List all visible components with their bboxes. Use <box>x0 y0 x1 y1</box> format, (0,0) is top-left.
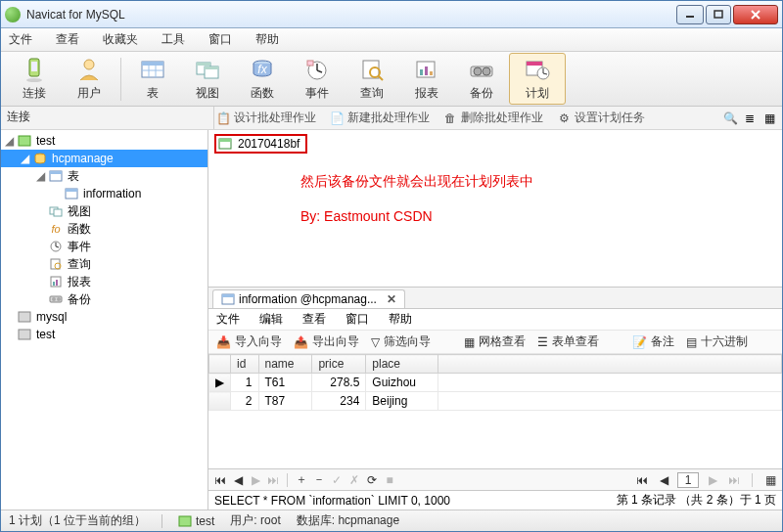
row-pointer: ▶ <box>209 374 231 392</box>
list-view-icon[interactable]: ≣ <box>743 111 757 125</box>
plan-file-item[interactable]: 20170418bf <box>214 134 307 154</box>
tree-node-hcpmanage[interactable]: ◢hcpmanage <box>1 150 207 167</box>
svg-rect-43 <box>66 189 77 192</box>
tool-hex[interactable]: ▤十六进制 <box>686 333 748 350</box>
tabmenu-view[interactable]: 查看 <box>302 311 326 328</box>
nav-add[interactable]: ＋ <box>294 472 309 488</box>
col-place[interactable]: place <box>366 355 438 374</box>
menu-window[interactable]: 窗口 <box>208 31 232 48</box>
tree-node-reports[interactable]: 报表 <box>1 273 207 290</box>
event-icon <box>48 240 64 253</box>
toolbar-connect[interactable]: 连接 <box>7 54 62 104</box>
svg-point-56 <box>57 297 61 301</box>
server-icon <box>17 310 32 324</box>
grid-icon: ▦ <box>464 335 475 349</box>
tab-information[interactable]: information @hcpmanag... ✕ <box>212 289 405 308</box>
plan-file-icon <box>218 137 234 151</box>
tabmenu-edit[interactable]: 编辑 <box>259 311 283 328</box>
toolbar-table[interactable]: 表 <box>125 54 180 104</box>
tool-export[interactable]: 📤导出向导 <box>294 333 359 350</box>
menu-fav[interactable]: 收藏夹 <box>103 31 138 48</box>
svg-rect-5 <box>31 62 37 71</box>
menu-view[interactable]: 查看 <box>56 31 79 48</box>
page-first[interactable]: ⏮ <box>634 472 650 488</box>
tool-formview[interactable]: ☰表单查看 <box>537 333 599 350</box>
subtool-task[interactable]: ⚙设置计划任务 <box>557 110 645 126</box>
tab-close-icon[interactable]: ✕ <box>387 292 396 306</box>
page-num[interactable]: 1 <box>677 472 699 488</box>
table-row[interactable]: 2 T87 234 Beijing <box>209 392 782 411</box>
toolbar-query[interactable]: 查询 <box>345 54 399 104</box>
annotation-text: 然后该备份文件就会出现在计划列表中 <box>300 173 533 191</box>
nav-del[interactable]: － <box>311 472 327 488</box>
tool-filter[interactable]: ▽筛选向导 <box>371 333 431 350</box>
svg-rect-16 <box>205 66 218 69</box>
nav-cancel[interactable]: ✗ <box>346 472 362 488</box>
minimize-button[interactable] <box>676 5 704 24</box>
nav-last[interactable]: ⏭ <box>265 472 281 488</box>
subtool-del[interactable]: 🗑删除批处理作业 <box>443 110 543 126</box>
close-button[interactable] <box>733 5 778 24</box>
toolbar-backup[interactable]: 备份 <box>454 54 509 104</box>
nav-apply[interactable]: ✓ <box>329 472 345 488</box>
page-prev[interactable]: ◀ <box>656 472 671 488</box>
nav-stop[interactable]: ■ <box>382 472 397 488</box>
toolbar-plan[interactable]: 计划 <box>509 53 566 105</box>
nav-first[interactable]: ⏮ <box>212 472 228 488</box>
sql-text: SELECT * FROM `information` LIMIT 0, 100… <box>214 494 450 508</box>
page-next[interactable]: ▶ <box>705 472 720 488</box>
tree-node-events[interactable]: 事件 <box>1 238 207 255</box>
tab-menubar: 文件 编辑 查看 窗口 帮助 <box>208 309 782 331</box>
toolbar-event[interactable]: 事件 <box>290 54 345 104</box>
tree-node-information[interactable]: information <box>1 185 207 202</box>
table-row[interactable]: ▶ 1 T61 278.5 Guizhou <box>209 374 782 392</box>
tabmenu-help[interactable]: 帮助 <box>389 311 412 328</box>
menu-help[interactable]: 帮助 <box>255 31 279 48</box>
menu-file[interactable]: 文件 <box>9 31 32 48</box>
toolbar-user[interactable]: 用户 <box>62 54 116 104</box>
database-icon <box>32 152 48 165</box>
tool-import[interactable]: 📥导入向导 <box>216 333 282 350</box>
page-last[interactable]: ⏭ <box>726 472 742 488</box>
svg-rect-52 <box>53 282 55 286</box>
status-bar: 1 计划（1 位于当前的组） test 用户: root 数据库: hcpman… <box>1 510 782 531</box>
tool-gridview[interactable]: ▦网格查看 <box>464 333 526 350</box>
subtool-new[interactable]: 📄新建批处理作业 <box>330 110 430 126</box>
col-id[interactable]: id <box>231 355 259 374</box>
titlebar: Navicat for MySQL <box>1 1 782 28</box>
toolbar-view[interactable]: 视图 <box>180 54 235 104</box>
svg-point-7 <box>84 60 94 69</box>
tree-node-views[interactable]: 视图 <box>1 202 207 220</box>
tab-strip: information @hcpmanag... ✕ <box>208 288 782 309</box>
col-price[interactable]: price <box>312 355 366 374</box>
page-settings[interactable]: ▦ <box>762 472 778 488</box>
status-plans: 1 计划（1 位于当前的组） <box>9 512 146 529</box>
tree-node-backups[interactable]: 备份 <box>1 290 207 308</box>
nav-refresh[interactable]: ⟳ <box>364 472 380 488</box>
tree-node-mysql[interactable]: mysql <box>1 308 207 326</box>
tree-node-test2[interactable]: test <box>1 326 207 343</box>
col-name[interactable]: name <box>258 355 312 374</box>
data-grid[interactable]: id name price place ▶ 1 T61 278.5 Guizho… <box>208 354 782 468</box>
toolbar-func[interactable]: fx函数 <box>235 54 290 104</box>
server-icon <box>178 515 192 527</box>
tabmenu-file[interactable]: 文件 <box>216 311 240 328</box>
tree-node-test[interactable]: ◢test <box>1 132 207 150</box>
app-icon <box>5 7 21 22</box>
nav-next[interactable]: ▶ <box>248 472 263 488</box>
subtool-design[interactable]: 📋设计批处理作业 <box>216 110 316 126</box>
grid-nav-footer: ⏮ ◀ ▶ ⏭ ＋ － ✓ ✗ ⟳ ■ ⏮ ◀ 1 ▶ <box>208 468 782 490</box>
toolbar-report[interactable]: 报表 <box>399 54 454 104</box>
tree-node-queries[interactable]: 查询 <box>1 255 207 273</box>
tree-node-funcs[interactable]: fo函数 <box>1 220 207 238</box>
maximize-button[interactable] <box>706 5 731 24</box>
form-icon: ☰ <box>537 335 548 349</box>
tabmenu-window[interactable]: 窗口 <box>345 311 369 328</box>
tool-memo[interactable]: 📝备注 <box>632 333 674 350</box>
new-icon: 📄 <box>330 111 344 125</box>
search-icon[interactable]: 🔍 <box>723 111 737 125</box>
menu-tools[interactable]: 工具 <box>161 31 185 48</box>
detail-view-icon[interactable]: ▦ <box>762 111 776 125</box>
nav-prev[interactable]: ◀ <box>230 472 246 488</box>
tree-node-tables[interactable]: ◢表 <box>1 167 207 185</box>
